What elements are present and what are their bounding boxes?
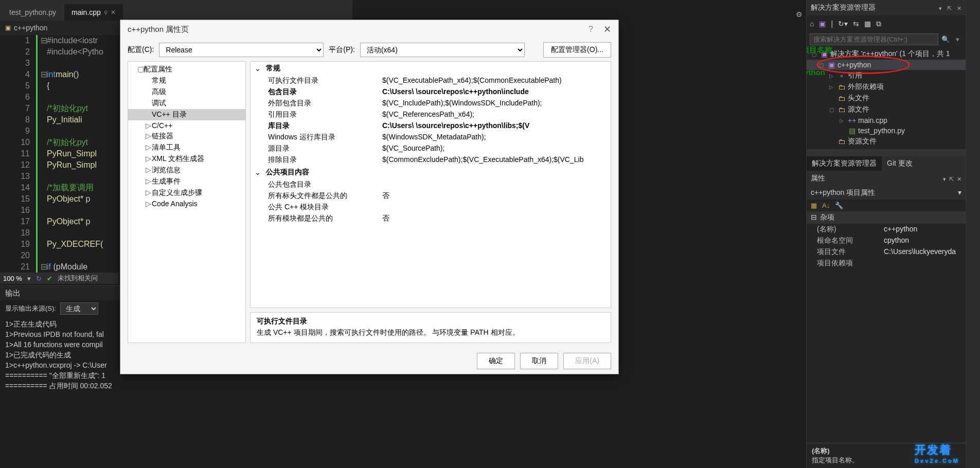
tree-node[interactable]: ▷C/C++ <box>128 120 245 131</box>
property-row[interactable]: 库目录C:\Users\ \source\repos\c++python\lib… <box>251 120 611 132</box>
filepath-text: c++python <box>14 24 47 32</box>
dialog-buttons: 确定 取消 应用(A) <box>120 348 618 374</box>
solution-explorer-header: 解决方案资源管理器 ▾ ⇱ ✕ <box>807 0 966 15</box>
tree-node[interactable]: ▷XML 文档生成器 <box>128 153 245 165</box>
panel-pin-icon[interactable]: ⇱ <box>947 5 952 11</box>
dialog-title: c++python 属性页 <box>128 25 189 34</box>
solution-search: 🔍 ▾ <box>807 32 966 46</box>
property-pages-dialog: c++python 属性页 ? ✕ 配置(C): Release 平台(P): … <box>120 20 619 374</box>
close-icon[interactable]: ✕ <box>111 9 116 16</box>
search-icon[interactable]: 🔍 <box>938 35 953 43</box>
editor-tabs-bar: test_python.py main.cpp ⚲ ✕ <box>0 0 352 21</box>
properties-grid[interactable]: ⊟杂项(名称)c++python根命名空间cpython项目文件C:\Users… <box>807 211 966 443</box>
wrench-icon[interactable]: 🔧 <box>835 202 843 209</box>
solution-toolbar: ⌂ ▣ | ↻▾ ⇆ ▦ ⧉ <box>807 15 966 32</box>
property-row[interactable]: 根命名空间cpython <box>807 235 966 246</box>
tab-test-python[interactable]: test_python.py <box>2 4 63 21</box>
solution-tree-node[interactable]: ▤test_python.py <box>807 125 966 136</box>
panel-close-icon[interactable]: ✕ <box>957 5 961 11</box>
property-row[interactable]: 引用目录$(VC_ReferencesPath_x64); <box>251 109 611 120</box>
tree-node[interactable]: ▷生成事件 <box>128 176 245 187</box>
tab-main-cpp[interactable]: main.cpp ⚲ ✕ <box>64 4 123 21</box>
dialog-config-row: 配置(C): Release 平台(P): 活动(x64) 配置管理器(O)..… <box>120 39 618 61</box>
solution-tree-node[interactable]: 🗀资源文件 <box>807 136 966 147</box>
tab-solution-explorer[interactable]: 解决方案资源管理器 <box>807 156 882 171</box>
properties-title: 属性 <box>811 174 937 183</box>
pin-icon[interactable]: ⚲ <box>104 10 108 15</box>
property-row[interactable]: 公共 C++ 模块目录 <box>251 202 611 213</box>
gear-icon[interactable]: ⚙ <box>796 10 803 19</box>
cancel-button[interactable]: 取消 <box>520 353 558 369</box>
property-row[interactable]: 项目依赖项 <box>807 258 966 269</box>
zoom-level[interactable]: 100 % <box>3 275 22 282</box>
platform-select[interactable]: 活动(x64) <box>360 43 525 57</box>
sync-icon[interactable]: ▣ <box>819 20 826 28</box>
tree-node[interactable]: 调试 <box>128 98 245 109</box>
property-row[interactable]: 源目录$(VC_SourcePath); <box>251 143 611 154</box>
apply-button[interactable]: 应用(A) <box>563 353 611 369</box>
nav-icon[interactable]: ↻ <box>36 275 42 282</box>
property-row[interactable]: (名称)c++python <box>807 224 966 235</box>
properties-description: (名称) 指定项目名称。 <box>807 443 966 468</box>
solution-scrollbar[interactable] <box>807 149 966 156</box>
panel-dropdown-icon[interactable]: ▾ <box>943 176 946 182</box>
tab-git-changes[interactable]: Git 更改 <box>882 156 918 171</box>
property-row[interactable]: 所有模块都是公共的否 <box>251 213 611 224</box>
dialog-close-icon[interactable]: ✕ <box>603 24 611 35</box>
back-icon[interactable]: ⇆ <box>853 20 859 28</box>
config-select[interactable]: Release <box>159 43 324 57</box>
tree-node[interactable]: ▷Code Analysis <box>128 199 245 209</box>
dialog-category-tree[interactable]: ▢配置属性常规高级调试VC++ 目录▷C/C++▷链接器▷清单工具▷XML 文档… <box>128 61 246 343</box>
tree-node[interactable]: ▷清单工具 <box>128 142 245 153</box>
solution-root[interactable]: ▢▣ 解决方案 'c++python' (1 个项目，共 1 <box>807 48 966 60</box>
help-icon[interactable]: ? <box>589 25 593 34</box>
issues-text: 未找到相关问 <box>58 274 98 283</box>
solution-tree-node[interactable]: ▷▫引用 <box>807 70 966 81</box>
panel-pin-icon[interactable]: ⇱ <box>949 176 954 182</box>
categorized-icon[interactable]: ▦ <box>811 202 817 209</box>
output-source-select[interactable]: 生成 <box>60 302 98 315</box>
dialog-property-grid[interactable]: ⌄常规可执行文件目录$(VC_ExecutablePath_x64);$(Com… <box>250 61 611 308</box>
alphabetical-icon[interactable]: A↓ <box>822 202 830 209</box>
tree-node[interactable]: ▷自定义生成步骤 <box>128 187 245 199</box>
solution-tree-node[interactable]: ▷++main.cpp <box>807 115 966 125</box>
panel-close-icon[interactable]: ✕ <box>957 176 961 182</box>
home-icon[interactable]: ⌂ <box>810 20 814 28</box>
solution-explorer-title: 解决方案资源管理器 <box>811 3 933 12</box>
solution-tree-node[interactable]: 🗀头文件 <box>807 93 966 104</box>
property-row[interactable]: 排除目录$(CommonExcludePath);$(VC_Executable… <box>251 154 611 166</box>
code-editor[interactable]: 123456789101112131415161718192021 ⊟#incl… <box>0 35 118 273</box>
config-manager-button[interactable]: 配置管理器(O)... <box>543 42 611 58</box>
showall-icon[interactable]: ▦ <box>864 20 871 28</box>
property-row[interactable]: 所有标头文件都是公共的否 <box>251 190 611 202</box>
solution-search-input[interactable] <box>810 33 938 45</box>
properties-header: 属性 ▾⇱✕ <box>807 171 966 186</box>
solution-tree[interactable]: ▢▣ 解决方案 'c++python' (1 个项目，共 1 右击项目名称 c+… <box>807 46 966 149</box>
property-row[interactable]: 可执行文件目录$(VC_ExecutablePath_x64);$(Common… <box>251 75 611 86</box>
property-row[interactable]: 包含目录C:\Users\ \source\repos\c++python\in… <box>251 86 611 98</box>
property-row[interactable]: 外部包含目录$(VC_IncludePath);$(WindowsSDK_Inc… <box>251 98 611 109</box>
dialog-titlebar: c++python 属性页 ? ✕ <box>120 20 618 39</box>
solution-tree-node[interactable]: ▢🗀源文件 <box>807 104 966 115</box>
solution-tree-node[interactable]: ▷🗀外部依赖项 <box>807 81 966 93</box>
ok-button[interactable]: 确定 <box>477 353 515 369</box>
tree-node[interactable]: ▷链接器 <box>128 131 245 142</box>
line-gutter: 123456789101112131415161718192021 <box>0 35 36 273</box>
far-right-sidebar <box>966 0 980 468</box>
property-row[interactable]: Windows 运行库目录$(WindowsSDK_MetadataPath); <box>251 132 611 143</box>
panel-dropdown-icon[interactable]: ▾ <box>939 5 942 11</box>
tree-node[interactable]: VC++ 目录 <box>128 109 245 120</box>
collapse-icon[interactable]: ⧉ <box>876 20 881 28</box>
zoom-dropdown-icon[interactable]: ▾ <box>27 275 31 282</box>
tree-node[interactable]: 高级 <box>128 86 245 98</box>
search-dropdown-icon[interactable]: ▾ <box>953 35 963 43</box>
tree-node[interactable]: ▢配置属性 <box>128 64 245 75</box>
refresh-icon[interactable]: ↻▾ <box>838 20 848 28</box>
property-row[interactable]: 项目文件C:\Users\luckyeveryda <box>807 246 966 258</box>
code-area[interactable]: ⊟#include <iostr#include <Pytho⊟int main… <box>36 35 118 273</box>
property-row[interactable]: 公共包含目录 <box>251 179 611 190</box>
tree-node[interactable]: ▷浏览信息 <box>128 165 245 176</box>
solution-tree-node[interactable]: ▢▣c++python <box>807 60 966 70</box>
tree-node[interactable]: 常规 <box>128 75 245 86</box>
properties-desc-body: 指定项目名称。 <box>812 456 960 465</box>
